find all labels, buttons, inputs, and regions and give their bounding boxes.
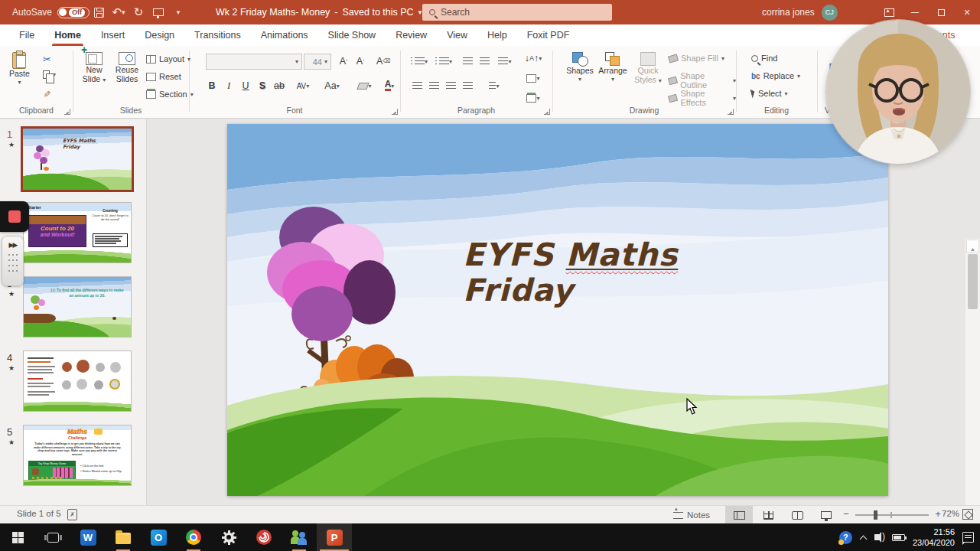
slide-show-button[interactable] xyxy=(812,506,840,524)
change-case-button[interactable]: Aa▾ xyxy=(321,78,343,93)
select-button[interactable]: Select▾ xyxy=(751,89,788,98)
taskbar-settings[interactable] xyxy=(211,523,246,551)
taskbar-chrome[interactable] xyxy=(176,523,211,551)
shape-effects-button[interactable]: Shape Effects▾ xyxy=(669,89,736,107)
document-title[interactable]: Wk 2 Friday Maths- Money - Saved to this… xyxy=(216,0,422,24)
quick-styles-button[interactable]: QuickStyles ▾ xyxy=(630,52,666,86)
tab-file[interactable]: File xyxy=(9,24,44,46)
tab-view[interactable]: View xyxy=(437,24,477,46)
taskbar-outlook[interactable]: O xyxy=(141,523,176,551)
task-view-button[interactable] xyxy=(35,523,70,551)
restore-button[interactable] xyxy=(928,0,954,24)
reset-button[interactable]: Reset xyxy=(146,72,181,81)
tab-home[interactable]: Home xyxy=(44,24,91,46)
start-presentation-button[interactable] xyxy=(148,0,168,24)
font-color-button[interactable]: A▾ xyxy=(379,78,400,93)
strikethrough-button[interactable]: ab xyxy=(272,78,287,93)
increase-indent-button[interactable] xyxy=(477,54,492,69)
copy-button[interactable]: ▾ xyxy=(43,70,56,79)
increase-font-size-button[interactable]: Aˆ xyxy=(336,54,351,69)
tab-help[interactable]: Help xyxy=(477,24,517,46)
tab-animations[interactable]: Animations xyxy=(251,24,318,46)
recording-stop-button[interactable] xyxy=(0,201,29,232)
taskbar-spiral-app[interactable] xyxy=(246,523,282,551)
paste-button[interactable]: Paste▾ xyxy=(9,52,30,87)
layout-button[interactable]: Layout▾ xyxy=(146,54,190,64)
new-slide-button[interactable]: NewSlide ▾ xyxy=(79,52,109,85)
help-tray-icon[interactable]: ? xyxy=(839,531,852,544)
decrease-indent-button[interactable] xyxy=(460,54,475,69)
zoom-out-button[interactable]: − xyxy=(840,508,852,520)
undo-button[interactable]: ↶▾ xyxy=(109,0,129,24)
close-button[interactable]: × xyxy=(954,0,980,24)
proofing-errors-icon[interactable]: ✗ xyxy=(67,509,77,520)
slide-thumbnail-3[interactable]: LI: To find all the different ways to ma… xyxy=(23,276,132,337)
autosave-toggle[interactable]: AutoSave Off xyxy=(12,0,90,24)
avatar[interactable]: CJ xyxy=(822,5,838,21)
decrease-font-size-button[interactable]: Aˇ xyxy=(353,54,368,69)
tab-insert[interactable]: Insert xyxy=(91,24,135,46)
taskbar-people-app[interactable] xyxy=(282,523,317,551)
tab-transitions[interactable]: Transitions xyxy=(184,24,251,46)
shape-fill-button[interactable]: Shape Fill▾ xyxy=(669,54,724,63)
italic-button[interactable]: I xyxy=(221,78,236,93)
paragraph-dialog-launcher[interactable] xyxy=(544,109,550,115)
autosave-switch[interactable]: Off xyxy=(57,7,90,18)
align-right-button[interactable] xyxy=(443,78,458,93)
section-button[interactable]: Section▾ xyxy=(146,90,194,99)
shapes-button[interactable]: Shapes▾ xyxy=(563,52,597,84)
zoom-level[interactable]: 72% xyxy=(942,509,959,518)
reading-view-button[interactable] xyxy=(783,506,811,524)
taskbar-powerpoint[interactable]: P xyxy=(317,523,352,551)
slide-canvas[interactable]: EYFS Maths Friday xyxy=(148,119,965,505)
battery-icon[interactable] xyxy=(892,534,905,541)
taskbar-clock[interactable]: 21:56 23/04/2020 xyxy=(913,527,955,548)
tab-review[interactable]: Review xyxy=(386,24,437,46)
slide-editing-surface[interactable]: EYFS Maths Friday xyxy=(227,124,888,496)
tab-foxit-pdf[interactable]: Foxit PDF xyxy=(517,24,580,46)
format-painter-button[interactable]: ✎ xyxy=(43,89,50,99)
search-box[interactable] xyxy=(422,4,612,21)
font-name-combo[interactable]: ▾ xyxy=(206,54,302,70)
cut-button[interactable]: ✂ xyxy=(43,54,51,65)
bold-button[interactable]: B xyxy=(204,78,220,93)
replace-button[interactable]: bcReplace▾ xyxy=(751,71,800,80)
line-spacing-button[interactable]: ▾ xyxy=(495,54,515,69)
taskbar-word[interactable]: W xyxy=(70,523,106,551)
character-spacing-button[interactable]: AV▾ xyxy=(291,78,314,93)
slide-thumbnail-1[interactable]: EYFS Maths Friday xyxy=(21,126,134,192)
taskbar-file-explorer[interactable] xyxy=(106,523,141,551)
highlight-color-button[interactable]: ▾ xyxy=(354,78,376,93)
zoom-slider-thumb[interactable] xyxy=(874,510,877,520)
slide-title-textbox[interactable]: EYFS Maths Friday xyxy=(463,237,678,308)
font-dialog-launcher[interactable] xyxy=(392,109,398,115)
tab-slide-show[interactable]: Slide Show xyxy=(318,24,386,46)
vertical-scrollbar[interactable]: ▲ ▼ xyxy=(965,239,980,551)
slide-thumbnail-2[interactable]: Starter Count to 20 and Workout! Countin… xyxy=(23,202,132,263)
justify-button[interactable] xyxy=(460,78,475,93)
start-button[interactable] xyxy=(0,523,35,551)
show-hidden-icons-button[interactable] xyxy=(860,534,867,541)
numbering-button[interactable]: ▾ xyxy=(434,54,454,69)
bullets-button[interactable]: ▾ xyxy=(409,54,429,69)
volume-icon[interactable] xyxy=(874,534,880,540)
drawing-dialog-launcher[interactable] xyxy=(728,109,734,115)
underline-button[interactable]: U xyxy=(238,78,253,93)
shape-outline-button[interactable]: Shape Outline▾ xyxy=(669,71,736,90)
scrollbar-thumb[interactable] xyxy=(968,254,978,309)
recorder-toolbar-handle[interactable]: ▶▶ xyxy=(2,236,24,286)
reuse-slides-button[interactable]: ReuseSlides xyxy=(111,52,143,83)
arrange-button[interactable]: Arrange▾ xyxy=(595,52,630,84)
text-direction-button[interactable]: ↓A↑▾ xyxy=(521,51,545,66)
slide-thumbnail-5[interactable]: Maths Challenge Today's maths challenge … xyxy=(23,425,132,486)
slide-sorter-view-button[interactable] xyxy=(754,506,782,524)
scroll-up-button[interactable] xyxy=(966,240,979,253)
clipboard-dialog-launcher[interactable] xyxy=(64,109,70,115)
align-text-button[interactable]: ▾ xyxy=(521,70,545,86)
save-button[interactable] xyxy=(89,0,109,24)
user-account[interactable]: corrina jones CJ xyxy=(762,0,838,24)
clear-formatting-button[interactable]: A⌫ xyxy=(376,54,391,69)
action-center-button[interactable] xyxy=(962,532,974,543)
align-center-button[interactable] xyxy=(426,78,441,93)
tab-design[interactable]: Design xyxy=(135,24,184,46)
